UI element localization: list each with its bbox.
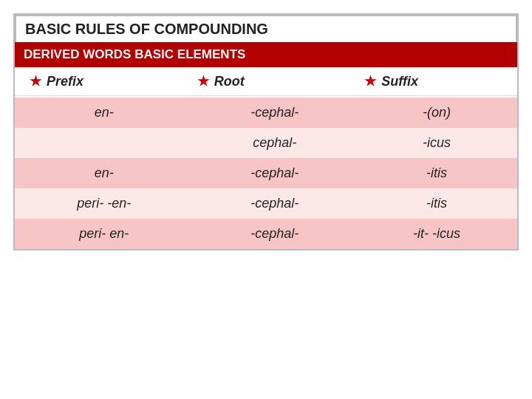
header-row: ★ Prefix ★ Root ★ Suffix [15,67,517,96]
content-area: BASIC RULES OF COMPOUNDING DERIVED WORDS… [13,13,519,250]
cell-suffix: -itis [356,158,517,188]
table-row: en--cephal--itis [15,158,517,188]
header-suffix: ★ Suffix [349,73,517,89]
table-row: cephal--icus [15,128,517,158]
table-row: en--cephal--(on) [15,98,517,128]
header-prefix-label: Prefix [47,74,83,89]
cell-root: -cephal- [193,158,356,188]
cell-root: -cephal- [193,98,356,128]
cell-root: -cephal- [193,219,356,249]
header-root-label: Root [214,74,245,89]
subtitle-bar: DERIVED WORDS BASIC ELEMENTS [15,42,517,67]
page: BASIC RULES OF COMPOUNDING DERIVED WORDS… [0,0,532,399]
cell-suffix: -it- -icus [356,219,517,249]
star-icon-root: ★ [197,73,209,89]
star-icon-prefix: ★ [30,73,41,89]
cell-prefix: en- [15,98,193,128]
cell-suffix: -(on) [356,98,517,128]
data-table: en--cephal--(on)cephal--icusen--cephal--… [15,98,517,249]
header-root: ★ Root [183,73,350,89]
cell-prefix: en- [15,158,193,188]
main-title: BASIC RULES OF COMPOUNDING [15,15,517,42]
table-row: peri- -en--cephal--itis [15,188,517,219]
star-icon-suffix: ★ [364,73,376,89]
cell-prefix [15,128,193,158]
table-row: peri- en--cephal--it- -icus [15,219,517,249]
cell-root: -cephal- [193,188,356,219]
cell-suffix: -itis [356,188,517,219]
cell-prefix: peri- en- [15,219,193,249]
cell-prefix: peri- -en- [15,188,193,219]
header-suffix-label: Suffix [381,74,418,89]
header-prefix: ★ Prefix [15,73,183,89]
cell-root: cephal- [193,128,356,158]
cell-suffix: -icus [356,128,517,158]
